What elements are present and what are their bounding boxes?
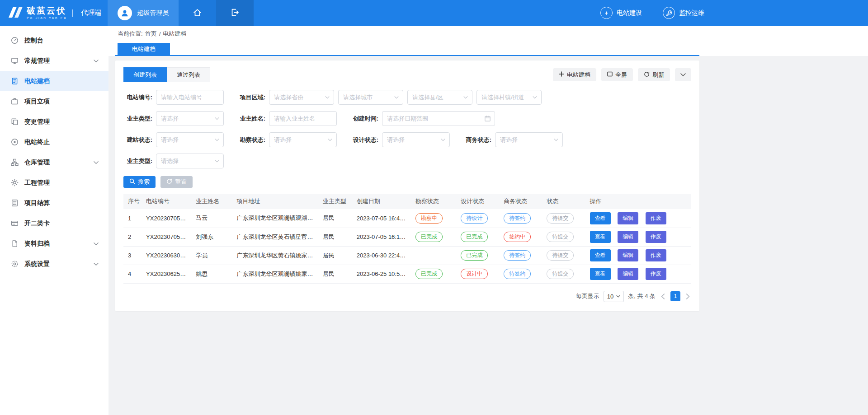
sidebar-item-console[interactable]: 控制台: [0, 30, 108, 51]
tab-passed-list[interactable]: 通过列表: [167, 67, 210, 82]
user-avatar-icon: [118, 6, 132, 20]
logout-icon: [231, 8, 239, 18]
view-button[interactable]: 查看: [590, 231, 611, 243]
total-count-label: 条, 共 4 条: [628, 292, 656, 300]
breadcrumb: 当前位置: 首页 / 电站建档: [108, 26, 868, 42]
sidebar-item-general-management[interactable]: 常规管理: [0, 51, 108, 71]
sidebar-item-system-settings[interactable]: 系统设置: [0, 254, 108, 274]
edit-button[interactable]: 编辑: [618, 212, 638, 224]
logout-button[interactable]: [216, 0, 254, 26]
station-code-input[interactable]: [156, 90, 224, 105]
logo-text: 破茧云伏 Po Jian Yun Fu: [27, 6, 67, 20]
breadcrumb-home-link[interactable]: 首页: [145, 30, 157, 38]
next-page-icon[interactable]: [684, 294, 691, 299]
briefcase-icon: [11, 98, 19, 105]
page-tab-bar: 电站建档: [108, 42, 868, 56]
col-status: 状态: [542, 194, 585, 209]
sidebar-item-class2-card[interactable]: 开二类卡: [0, 213, 108, 233]
dashboard-icon: [11, 37, 19, 44]
filter-form: 电站编号: 项目区域: 请选择省份 请选择城市 请选择县/区 请选择村镇/街道 …: [123, 90, 691, 168]
sidebar-item-warehouse-management[interactable]: 仓库管理: [0, 152, 108, 173]
owner-name-input[interactable]: [269, 111, 337, 126]
cell-station-code: YX2023070500011: [142, 209, 191, 228]
page-tab-station-filing[interactable]: 电站建档: [118, 43, 170, 55]
sidebar-item-change-management[interactable]: 变更管理: [0, 112, 108, 132]
sidebar-item-label: 变更管理: [24, 118, 50, 126]
void-button[interactable]: 作废: [646, 249, 666, 261]
town-select[interactable]: 请选择村镇/街道: [476, 90, 542, 105]
sidebar-item-station-termination[interactable]: 电站终止: [0, 132, 108, 152]
edit-button[interactable]: 编辑: [618, 231, 638, 243]
table-row: 2 YX2023070500010 刘强东 广东深圳龙华区黄石镇星官大... 居…: [123, 228, 691, 246]
survey-status-badge: 已完成: [415, 269, 443, 279]
reset-button[interactable]: 重置: [160, 176, 193, 188]
void-button[interactable]: 作废: [646, 212, 666, 224]
cell-created: 2023-06-25 10:57:04: [352, 265, 411, 283]
sidebar-item-engineering-management[interactable]: 工程管理: [0, 173, 108, 193]
sidebar-item-project-settlement[interactable]: 项目结算: [0, 193, 108, 213]
sidebar-item-label: 项目立项: [24, 98, 50, 106]
user-menu[interactable]: 超级管理员: [108, 0, 179, 26]
col-address: 项目地址: [232, 194, 318, 209]
create-time-range-input[interactable]: [382, 111, 495, 126]
station-table: 序号 电站编号 业主姓名 项目地址 业主类型 创建日期 勘察状态 设计状态 商务…: [123, 194, 691, 284]
nav-monitoring-ops[interactable]: 监控运维: [663, 7, 704, 19]
cell-address: 广东深圳龙华区观澜镇观湖路...: [232, 209, 318, 228]
archive-icon: [11, 240, 19, 247]
cell-index: 1: [123, 209, 142, 228]
void-button[interactable]: 作废: [646, 231, 666, 243]
cell-station-code: YX2023062500004: [142, 265, 191, 283]
owner-type-label: 业主类型:: [123, 115, 152, 123]
refresh-button[interactable]: 刷新: [638, 68, 670, 81]
build-status-select[interactable]: 请选择: [156, 132, 224, 147]
county-select[interactable]: 请选择县/区: [407, 90, 472, 105]
app-header: 破茧云伏 Po Jian Yun Fu 代理端 超级管理员 电站建设: [0, 0, 868, 26]
cell-station-code: YX2023070500010: [142, 228, 191, 246]
sidebar-item-data-archiving[interactable]: 资料归档: [0, 233, 108, 254]
view-button[interactable]: 查看: [590, 249, 611, 261]
table-row: 3 YX2023063000009 学员 广东深圳龙华区黄石镇姚家庄... 居民…: [123, 246, 691, 265]
tab-create-list[interactable]: 创建列表: [123, 67, 167, 82]
header-right-nav: 电站建设 监控运维: [600, 0, 868, 26]
stop-icon: [11, 138, 19, 146]
owner-type-select[interactable]: 请选择: [156, 111, 224, 126]
province-select[interactable]: 请选择省份: [269, 90, 334, 105]
survey-status-badge: 勘察中: [415, 213, 443, 224]
view-button[interactable]: 查看: [590, 268, 611, 280]
cell-owner-type: 居民: [318, 265, 352, 283]
void-button[interactable]: 作废: [646, 268, 666, 280]
city-select[interactable]: 请选择城市: [338, 90, 403, 105]
cell-address: 广东深圳龙华区黄石镇姚家庄...: [232, 246, 318, 265]
fullscreen-button[interactable]: 全屏: [601, 68, 633, 81]
survey-status-select[interactable]: 请选择: [269, 132, 337, 147]
sidebar-item-label: 电站建档: [24, 77, 50, 85]
cell-owner-name: 学员: [191, 246, 232, 265]
edit-button[interactable]: 编辑: [618, 249, 638, 261]
page-size-select[interactable]: 10: [604, 291, 624, 302]
add-station-button[interactable]: 电站建档: [553, 68, 596, 81]
breadcrumb-current: 电站建档: [163, 30, 186, 38]
status-badge: 待提交: [547, 269, 574, 279]
design-status-select[interactable]: 请选择: [382, 132, 450, 147]
current-page-button[interactable]: 1: [670, 291, 680, 301]
business-status-select[interactable]: 请选择: [495, 132, 563, 147]
design-status-badge: 设计中: [461, 269, 488, 279]
col-business-status: 商务状态: [499, 194, 542, 209]
search-button[interactable]: 搜索: [123, 176, 156, 188]
cell-owner-type: 居民: [318, 246, 352, 265]
sidebar-item-station-filing[interactable]: 电站建档: [0, 71, 108, 91]
collapse-panel-button[interactable]: [675, 68, 691, 81]
nav-station-construction[interactable]: 电站建设: [600, 7, 642, 19]
view-button[interactable]: 查看: [590, 212, 611, 224]
logo-divider: [72, 9, 73, 17]
nav-label: 监控运维: [679, 9, 704, 17]
prev-page-icon[interactable]: [660, 294, 666, 299]
sidebar-item-project-approval[interactable]: 项目立项: [0, 91, 108, 112]
col-owner-name: 业主姓名: [191, 194, 232, 209]
table-row: 4 YX2023062500004 姚思 广东深圳龙华区观澜镇姚家庄... 居民…: [123, 265, 691, 283]
home-button[interactable]: [179, 0, 216, 26]
reset-label: 重置: [175, 178, 187, 186]
owner-type2-select[interactable]: 请选择: [156, 154, 224, 168]
pagination: 每页显示 10 条, 共 4 条 1: [123, 291, 691, 302]
edit-button[interactable]: 编辑: [618, 268, 638, 280]
